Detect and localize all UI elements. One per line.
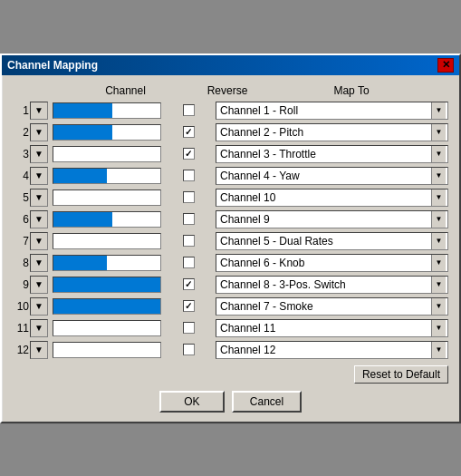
reverse-checkbox[interactable] [183,322,195,334]
bottom-area: Reset to Default OK Cancel [13,365,448,413]
reverse-checkbox[interactable] [183,126,195,138]
table-row: 7 ▼ Channel 5 - Dual Rates ▼ [13,231,448,251]
num-dropdown[interactable]: ▼ [30,297,48,316]
reverse-checkbox[interactable] [183,235,195,247]
row-num-area: 12 ▼ [13,341,51,359]
num-dropdown[interactable]: ▼ [30,341,48,359]
reverse-col [161,213,216,225]
table-row: 6 ▼ Channel 9 ▼ [13,209,448,229]
mapto-text: Channel 5 - Dual Rates [218,235,431,248]
mapto-arrow-icon: ▼ [431,298,446,315]
close-icon: ✕ [442,59,450,71]
num-dropdown[interactable]: ▼ [30,123,48,141]
mapto-arrow-icon: ▼ [431,102,446,119]
reverse-col [161,257,216,268]
channel-rows: 1 ▼ Channel 1 - Roll ▼ 2 ▼ [13,101,448,360]
mapto-header: Map To [255,84,448,97]
mapto-dropdown[interactable]: Channel 12 ▼ [216,341,448,359]
mapto-text: Channel 11 [218,322,431,335]
channel-bar-container [53,124,161,141]
window-content: Channel Reverse Map To 1 ▼ Channel 1 - R… [2,75,459,422]
reverse-checkbox[interactable] [183,148,195,160]
num-dropdown[interactable]: ▼ [30,254,48,272]
reverse-checkbox[interactable] [183,344,195,355]
row-number: 12 [13,344,29,356]
num-dropdown[interactable]: ▼ [30,319,48,337]
ok-button[interactable]: OK [159,391,225,413]
column-headers: Channel Reverse Map To [13,84,448,97]
mapto-text: Channel 2 - Pitch [218,126,431,139]
reverse-checkbox[interactable] [183,213,195,225]
row-number: 7 [13,235,29,248]
channel-header: Channel [51,84,200,97]
mapto-dropdown[interactable]: Channel 1 - Roll ▼ [216,102,448,120]
reverse-col [161,322,216,334]
channel-bar-container [53,277,161,293]
channel-bar [53,256,107,270]
num-dropdown[interactable]: ▼ [30,232,48,250]
reverse-col [161,104,216,116]
table-row: 5 ▼ Channel 10 ▼ [13,188,448,208]
mapto-dropdown[interactable]: Channel 8 - 3-Pos. Switch ▼ [216,276,448,294]
num-dropdown[interactable]: ▼ [30,167,48,185]
row-number: 8 [13,257,29,269]
window-title: Channel Mapping [7,59,98,72]
mapto-dropdown[interactable]: Channel 11 ▼ [216,319,448,337]
reverse-checkbox[interactable] [183,170,195,181]
mapto-dropdown[interactable]: Channel 6 - Knob ▼ [216,254,448,272]
num-dropdown[interactable]: ▼ [30,189,48,207]
reverse-col [161,191,216,203]
row-num-area: 6 ▼ [13,210,51,228]
mapto-dropdown[interactable]: Channel 7 - Smoke ▼ [216,297,448,316]
row-number: 3 [13,148,29,160]
reverse-col [161,126,216,138]
channel-bar [53,169,107,183]
row-num-area: 1 ▼ [13,102,51,120]
mapto-text: Channel 3 - Throttle [218,148,431,160]
channel-bar [53,212,112,227]
num-dropdown[interactable]: ▼ [30,145,48,163]
channel-bar [53,299,160,314]
table-row: 9 ▼ Channel 8 - 3-Pos. Switch ▼ [13,275,448,295]
reverse-checkbox[interactable] [183,257,195,268]
row-number: 10 [13,300,29,313]
reverse-header: Reverse [200,84,255,97]
mapto-text: Channel 12 [218,344,431,356]
mapto-arrow-icon: ▼ [431,124,446,141]
num-dropdown[interactable]: ▼ [30,276,48,294]
channel-bar-container [53,233,161,249]
channel-mapping-dialog: Channel Mapping ✕ Channel Reverse Map To… [0,53,461,423]
mapto-arrow-icon: ▼ [431,168,446,184]
mapto-dropdown[interactable]: Channel 3 - Throttle ▼ [216,145,448,163]
mapto-arrow-icon: ▼ [431,342,446,358]
row-num-area: 4 ▼ [13,167,51,185]
row-num-area: 8 ▼ [13,254,51,272]
channel-bar [53,125,112,140]
reverse-checkbox[interactable] [183,278,195,290]
reverse-checkbox[interactable] [183,191,195,203]
num-dropdown[interactable]: ▼ [30,210,48,228]
mapto-text: Channel 1 - Roll [218,104,431,117]
mapto-dropdown[interactable]: Channel 2 - Pitch ▼ [216,123,448,141]
mapto-dropdown[interactable]: Channel 5 - Dual Rates ▼ [216,232,448,250]
reverse-checkbox[interactable] [183,300,195,312]
reset-button[interactable]: Reset to Default [354,365,448,384]
cancel-button[interactable]: Cancel [232,391,302,413]
channel-bar-container [53,255,161,271]
mapto-dropdown[interactable]: Channel 4 - Yaw ▼ [216,167,448,185]
table-row: 11 ▼ Channel 11 ▼ [13,318,448,338]
mapto-text: Channel 6 - Knob [218,257,431,269]
row-num-area: 3 ▼ [13,145,51,163]
mapto-dropdown[interactable]: Channel 10 ▼ [216,189,448,207]
row-number: 6 [13,213,29,226]
mapto-dropdown[interactable]: Channel 9 ▼ [216,210,448,228]
table-row: 1 ▼ Channel 1 - Roll ▼ [13,101,448,121]
table-row: 10 ▼ Channel 7 - Smoke ▼ [13,296,448,316]
row-number: 11 [13,322,29,335]
mapto-arrow-icon: ▼ [431,255,446,271]
num-dropdown[interactable]: ▼ [30,102,48,120]
mapto-arrow-icon: ▼ [431,189,446,206]
row-number: 9 [13,278,29,291]
close-button[interactable]: ✕ [437,58,454,73]
reverse-checkbox[interactable] [183,104,195,116]
